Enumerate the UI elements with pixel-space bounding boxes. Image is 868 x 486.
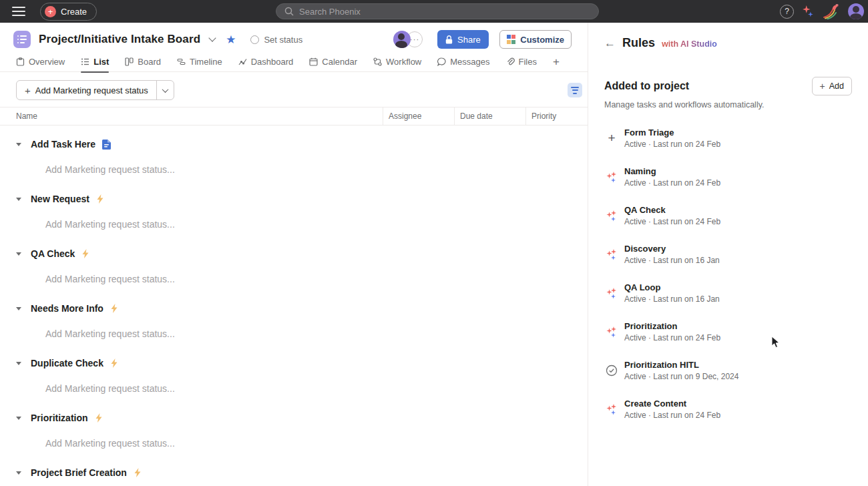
- tab-overview[interactable]: Overview: [16, 52, 65, 72]
- share-button[interactable]: Share: [437, 30, 489, 49]
- search-input[interactable]: Search Phoenix: [276, 3, 599, 19]
- column-name[interactable]: Name: [0, 111, 383, 121]
- rules-panel: ← Rules with AI Studio Added to project …: [588, 23, 868, 486]
- section-title[interactable]: New Request: [31, 194, 89, 204]
- section-title[interactable]: QA Check: [31, 248, 75, 259]
- task-sections: Add Task Here Add Marketing request stat…: [0, 126, 588, 486]
- back-arrow-icon[interactable]: ←: [604, 37, 616, 50]
- rule-name: Prioritization: [624, 321, 720, 331]
- tab-board[interactable]: Board: [125, 52, 161, 72]
- set-status-button[interactable]: Set status: [250, 35, 302, 45]
- rule-name: Discovery: [624, 244, 720, 254]
- rule-bolt-icon: [110, 358, 118, 368]
- rule-bolt-icon: [95, 413, 103, 423]
- tab-label: List: [93, 57, 109, 67]
- workflow-icon: [373, 57, 382, 66]
- column-priority[interactable]: Priority: [525, 107, 588, 125]
- section-project-brief-creation: Project Brief Creation: [0, 462, 588, 483]
- rule-discovery[interactable]: Discovery Active · Last run on 16 Jan: [588, 235, 868, 274]
- list-toolbar: + Add Marketing request status: [0, 72, 588, 107]
- project-icon[interactable]: [13, 31, 31, 48]
- column-due-date[interactable]: Due date: [454, 107, 525, 125]
- tab-messages[interactable]: Messages: [437, 52, 489, 72]
- add-task-placeholder[interactable]: Add Marketing request status...: [45, 323, 588, 344]
- rule-qa-loop[interactable]: QA Loop Active · Last run on 16 Jan: [588, 274, 868, 312]
- rule-qa-check[interactable]: QA Check Active · Last run on 24 Feb: [588, 196, 868, 235]
- add-status-button[interactable]: + Add Marketing request status: [16, 80, 174, 100]
- create-button[interactable]: + Create: [40, 3, 97, 21]
- rules-description: Manage tasks and workflows automatically…: [588, 100, 868, 109]
- add-rule-button[interactable]: + Add: [812, 77, 852, 95]
- tab-list[interactable]: List: [81, 52, 109, 72]
- section-collapse-icon[interactable]: [16, 252, 21, 256]
- section-title[interactable]: Duplicate Check: [31, 358, 103, 369]
- tab-label: Messages: [450, 57, 489, 67]
- tab-label: Workflow: [386, 57, 421, 67]
- add-task-placeholder[interactable]: Add Marketing request status...: [45, 268, 588, 290]
- member-avatar[interactable]: [393, 31, 411, 48]
- rule-status: Active · Last run on 24 Feb: [624, 140, 720, 149]
- chevron-down-icon[interactable]: [208, 34, 216, 41]
- timeline-icon: [177, 57, 186, 66]
- rule-form-triage[interactable]: + Form Triage Active · Last run on 24 Fe…: [588, 119, 868, 158]
- sidebar-toggle-icon[interactable]: [7, 2, 31, 21]
- section-title[interactable]: Add Task Here: [31, 139, 95, 150]
- add-tab-button[interactable]: +: [553, 55, 560, 69]
- rule-prioritization[interactable]: Prioritization Active · Last run on 24 F…: [588, 312, 868, 351]
- tab-label: Board: [138, 57, 161, 67]
- rule-name: Naming: [624, 166, 720, 176]
- section-collapse-icon[interactable]: [16, 143, 21, 146]
- status-circle-icon: [250, 35, 259, 44]
- customize-label: Customize: [520, 35, 564, 45]
- tab-calendar[interactable]: Calendar: [309, 52, 357, 72]
- tab-workflow[interactable]: Workflow: [373, 52, 421, 72]
- section-collapse-icon[interactable]: [16, 417, 21, 420]
- ai-sparkles-icon[interactable]: [801, 5, 815, 18]
- column-assignee[interactable]: Assignee: [383, 107, 454, 125]
- section-collapse-icon[interactable]: [16, 198, 21, 201]
- ai-sparkles-icon: [606, 172, 618, 183]
- customize-grid-icon: [507, 35, 516, 44]
- tab-files[interactable]: Files: [506, 52, 537, 72]
- rule-status: Active · Last run on 24 Feb: [624, 178, 720, 188]
- plus-icon: +: [604, 131, 619, 146]
- form-doc-icon: [102, 140, 111, 150]
- list-icon: [81, 57, 89, 66]
- add-task-placeholder[interactable]: Add Marketing request status...: [45, 214, 588, 235]
- phoenix-icon[interactable]: [822, 3, 841, 19]
- section-collapse-icon[interactable]: [16, 471, 21, 475]
- tab-dashboard[interactable]: Dashboard: [238, 52, 294, 72]
- added-to-project-title: Added to project: [604, 80, 689, 92]
- section-collapse-icon[interactable]: [16, 307, 21, 310]
- favorite-star-icon[interactable]: ★: [226, 33, 236, 47]
- section-title[interactable]: Project Brief Creation: [31, 467, 127, 478]
- section-collapse-icon[interactable]: [16, 362, 21, 365]
- overview-icon: [16, 57, 25, 66]
- share-label: Share: [457, 35, 481, 45]
- ai-studio-badge: with AI Studio: [662, 39, 717, 49]
- help-button[interactable]: ?: [780, 5, 794, 19]
- rule-bolt-icon: [134, 468, 142, 477]
- add-status-dropdown[interactable]: [156, 81, 174, 99]
- rule-prioritization-hitl[interactable]: Prioritization HITL Active · Last run on…: [588, 351, 868, 390]
- tab-timeline[interactable]: Timeline: [177, 52, 222, 72]
- rule-name: Form Triage: [624, 128, 720, 138]
- tab-label: Timeline: [190, 57, 222, 67]
- dashboard-icon: [238, 57, 247, 66]
- add-task-placeholder[interactable]: Add Marketing request status...: [45, 378, 588, 399]
- project-header: Project/Initiative Intake Board ★ Set st…: [0, 23, 588, 52]
- ai-sparkles-icon: [606, 326, 618, 338]
- section-title[interactable]: Needs More Info: [31, 303, 103, 314]
- panel-filter-button[interactable]: [568, 83, 582, 97]
- user-avatar[interactable]: [848, 3, 864, 19]
- section-prioritization: Prioritization Add Marketing request sta…: [0, 407, 588, 454]
- rule-naming[interactable]: Naming Active · Last run on 24 Feb: [588, 158, 868, 196]
- search-placeholder: Search Phoenix: [299, 7, 361, 17]
- rule-create-content[interactable]: Create Content Active · Last run on 24 F…: [588, 390, 868, 429]
- board-icon: [125, 57, 134, 66]
- add-task-placeholder[interactable]: Add Marketing request status...: [45, 159, 588, 180]
- section-title[interactable]: Prioritization: [31, 413, 88, 423]
- add-task-placeholder[interactable]: Add Marketing request status...: [45, 433, 588, 454]
- add-status-label: Add Marketing request status: [35, 85, 148, 95]
- customize-button[interactable]: Customize: [499, 30, 572, 49]
